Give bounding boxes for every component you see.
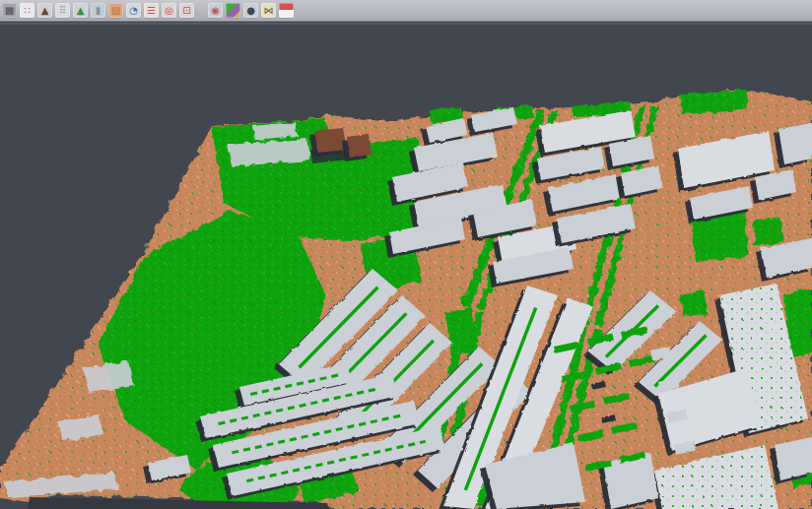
profile-view-icon[interactable]: ▮ — [91, 3, 105, 18]
cross-section-icon-glyph: ☰ — [147, 6, 156, 16]
classified-cloud-icon[interactable] — [226, 3, 240, 18]
viewport-3d[interactable] — [0, 25, 812, 509]
hourglass-icon[interactable]: ⋈ — [261, 3, 276, 18]
clip-circle-icon-glyph: ◉ — [211, 6, 220, 16]
vegetation-speckle — [753, 218, 783, 247]
classify-points-icon[interactable]: ∷ — [20, 3, 34, 18]
profile-view-icon-glyph: ▮ — [96, 6, 102, 16]
terrain-green-icon-glyph: ▲ — [77, 6, 85, 16]
dem-orange-icon[interactable]: ▨ — [108, 3, 123, 18]
globe-blue-icon[interactable]: ◔ — [126, 3, 141, 18]
sphere-icon-glyph: ● — [246, 6, 255, 16]
select-region-icon-glyph: ⊡ — [182, 6, 190, 16]
select-region-icon[interactable]: ⊡ — [179, 3, 194, 18]
application-window: ▩∷▲⠿▲▮▨◔☰◎⊡◉●⋈ — [0, 0, 812, 509]
globe-blue-icon-glyph: ◔ — [129, 6, 138, 16]
flag-stripe-icon[interactable] — [279, 3, 294, 18]
point-cloud-display-icon[interactable]: ▩ — [2, 3, 17, 18]
building-roof — [314, 128, 347, 153]
sphere-icon[interactable]: ● — [243, 3, 258, 18]
target-circle-icon-glyph: ◎ — [165, 6, 173, 16]
point-cloud-render — [0, 25, 812, 509]
point-cloud-display-icon-glyph: ▩ — [5, 6, 14, 16]
toolbar-separator — [197, 3, 205, 18]
cross-section-icon[interactable]: ☰ — [144, 3, 159, 18]
dem-orange-icon-glyph: ▨ — [111, 6, 120, 16]
terrain-green-icon[interactable]: ▲ — [73, 3, 88, 18]
sparse-points-icon-glyph: ⠿ — [59, 6, 66, 16]
building-roof — [347, 134, 372, 158]
hourglass-icon-glyph: ⋈ — [264, 6, 274, 16]
target-circle-icon[interactable]: ◎ — [162, 3, 176, 18]
building-roof — [778, 123, 812, 164]
classify-points-icon-glyph: ∷ — [24, 6, 30, 16]
terrain-brown-icon-glyph: ▲ — [41, 6, 49, 16]
sparse-points-icon[interactable]: ⠿ — [55, 3, 70, 18]
vegetation-speckle — [680, 90, 747, 114]
toolbar: ▩∷▲⠿▲▮▨◔☰◎⊡◉●⋈ — [0, 0, 812, 22]
clip-circle-icon[interactable]: ◉ — [208, 3, 223, 18]
terrain-brown-icon[interactable]: ▲ — [37, 3, 52, 18]
